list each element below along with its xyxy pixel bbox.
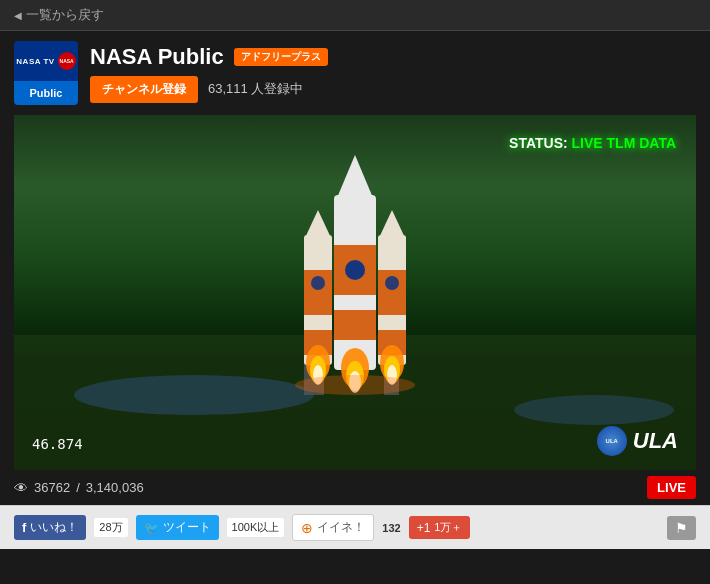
channel-actions: チャンネル登録 63,111 人登録中 [90, 76, 328, 103]
facebook-like-count: 28万 [94, 518, 127, 537]
tweet-count: 100K以上 [227, 518, 285, 537]
nicoru-button[interactable]: ⊕ イイネ！ [292, 514, 374, 541]
svg-marker-15 [378, 210, 406, 240]
live-badge: LIVE [647, 476, 696, 499]
action-bar: f いいね！ 28万 🐦 ツイート 100K以上 ⊕ イイネ！ 132 +1 1… [0, 505, 710, 549]
gplus-label: +1 [417, 521, 431, 535]
adfree-badge: アドフリープラス [234, 48, 328, 66]
svg-point-28 [311, 276, 325, 290]
tweet-button[interactable]: 🐦 ツイート [136, 515, 219, 540]
logo-bottom: Public [14, 81, 78, 105]
rocket-scene [14, 115, 696, 470]
public-label: Public [29, 87, 62, 99]
share-button[interactable]: ⚑ [667, 516, 696, 540]
video-player[interactable]: STATUS: LIVE TLM DATA 46.874 ULA ULA [14, 115, 696, 470]
svg-point-30 [295, 375, 415, 395]
subscriber-count: 63,111 人登録中 [208, 80, 303, 98]
status-prefix: STATUS: [509, 135, 571, 151]
status-value: LIVE TLM DATA [572, 135, 676, 151]
nasa-tv-text: NASA TV [16, 57, 54, 66]
subscribe-button[interactable]: チャンネル登録 [90, 76, 198, 103]
nicoru-count: 132 [382, 522, 400, 534]
gplus-button[interactable]: +1 1万＋ [409, 516, 471, 539]
channel-name-row: NASA Public アドフリープラス [90, 44, 328, 70]
ula-text: ULA [633, 428, 678, 454]
channel-name: NASA Public [90, 44, 224, 70]
ula-circle-logo: ULA [597, 426, 627, 456]
channel-header: NASA TV NASA Public NASA Public アドフリープラス… [0, 31, 710, 115]
top-nav: 一覧から戻す [0, 0, 710, 31]
nasa-badge: NASA [58, 52, 76, 70]
facebook-like-button[interactable]: f いいね！ [14, 515, 86, 540]
svg-marker-7 [334, 155, 376, 205]
tweet-label: ツイート [163, 519, 211, 536]
logo-top: NASA TV NASA [14, 41, 78, 81]
eye-icon: 👁 [14, 480, 28, 496]
back-button[interactable]: 一覧から戻す [14, 6, 104, 24]
ula-logo: ULA ULA [597, 426, 678, 456]
view-number: 36762 [34, 480, 70, 495]
back-label: 一覧から戻す [26, 6, 104, 24]
svg-point-27 [345, 260, 365, 280]
gplus-count: 1万＋ [434, 520, 462, 535]
twitter-icon: 🐦 [144, 521, 159, 535]
fb-icon: f [22, 520, 26, 535]
view-total: 3,140,036 [86, 480, 144, 495]
nicoru-label: イイネ！ [317, 519, 365, 536]
svg-point-2 [74, 375, 314, 415]
timecode: 46.874 [32, 436, 83, 452]
svg-point-29 [385, 276, 399, 290]
fb-like-label: いいね！ [30, 519, 78, 536]
svg-rect-9 [334, 310, 376, 340]
nicoru-icon: ⊕ [301, 520, 313, 536]
svg-marker-11 [304, 210, 332, 240]
share-icon: ⚑ [675, 520, 688, 536]
status-overlay: STATUS: LIVE TLM DATA [509, 135, 676, 151]
svg-point-3 [514, 395, 674, 425]
channel-info: NASA Public アドフリープラス チャンネル登録 63,111 人登録中 [90, 44, 328, 103]
view-count: 👁 36762 / 3,140,036 [14, 480, 144, 496]
channel-logo: NASA TV NASA Public [14, 41, 78, 105]
video-bottom-bar: 👁 36762 / 3,140,036 LIVE [0, 470, 710, 505]
view-divider: / [76, 480, 80, 495]
